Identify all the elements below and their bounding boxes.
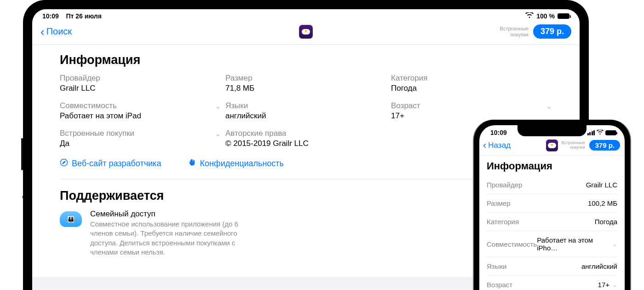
battery-icon	[558, 13, 569, 19]
cell-copyright: Авторские права © 2015-2019 Grailr LLC	[225, 129, 386, 148]
wifi-icon	[597, 129, 604, 136]
ipad-nav-bar: ‹ Поиск Встроенные покупки 379 р.	[32, 20, 580, 45]
status-right: 100 %	[525, 12, 569, 20]
status-time: 10:09	[490, 129, 507, 136]
cell-age[interactable]: Возраст ⌄ 17+	[391, 101, 552, 121]
wifi-icon	[525, 12, 534, 20]
status-time: 10:09	[42, 12, 59, 20]
iphone-screen: 10:09 ‹ Назад Встроенные покупки	[479, 125, 625, 290]
back-button[interactable]: ‹ Поиск	[40, 26, 72, 38]
price-button[interactable]: 379 р.	[589, 140, 620, 151]
iap-label: Встроенные покупки	[500, 26, 529, 37]
iphone-notch	[518, 125, 586, 136]
status-right	[587, 129, 617, 136]
family-desc: Совместное использование приложения (до …	[90, 220, 247, 257]
chevron-down-icon: ⌄	[215, 129, 221, 138]
privacy-link[interactable]: Конфиденциальность	[189, 158, 284, 169]
row-size: Размер 100,2 МБ	[487, 194, 617, 213]
cell-category: Категория Погода	[391, 74, 552, 93]
family-title: Семейный доступ	[90, 209, 247, 219]
price-button[interactable]: 379 р.	[533, 24, 571, 39]
nav-app-icon[interactable]	[299, 25, 313, 39]
iap-label: Встроенные покупки	[561, 141, 585, 150]
chevron-down-icon: ⌄	[612, 281, 617, 288]
cellular-icon	[587, 130, 595, 135]
section-information-title: Информация	[60, 53, 552, 67]
row-provider: Провайдер Grailr LLC	[487, 176, 617, 194]
row-category: Категория Погода	[487, 213, 617, 231]
section-information-title: Информация	[487, 160, 617, 172]
ipad-status-bar: 10:09 Пт 26 июля 100 %	[32, 9, 580, 20]
iphone-nav-bar: ‹ Назад Встроенные покупки 379 р.	[479, 136, 625, 156]
nav-right: Встроенные покупки 379 р.	[500, 24, 571, 39]
back-button[interactable]: ‹ Назад	[483, 140, 511, 151]
nav-app-icon[interactable]	[546, 139, 558, 151]
hand-icon	[189, 158, 196, 169]
chevron-left-icon: ‹	[483, 140, 486, 151]
battery-icon	[605, 130, 616, 135]
back-label: Поиск	[46, 26, 72, 37]
family-sharing-icon: 👪	[60, 211, 82, 227]
chevron-left-icon: ‹	[40, 26, 45, 38]
status-left: 10:09 Пт 26 июля	[42, 12, 102, 20]
status-battery-pct: 100 %	[536, 12, 555, 20]
cell-languages: Языки английский	[225, 101, 386, 121]
svg-marker-1	[63, 161, 65, 164]
row-languages: Языки английский	[487, 257, 617, 276]
cell-iap[interactable]: Встроенные покупки ⌄ Да	[60, 129, 221, 148]
row-age[interactable]: Возраст 17+⌄	[487, 276, 617, 290]
iphone-device-frame: 10:09 ‹ Назад Встроенные покупки	[474, 120, 630, 290]
developer-website-link[interactable]: Веб-сайт разработчика	[60, 158, 161, 169]
compass-icon	[60, 158, 68, 169]
chevron-down-icon: ⌄	[612, 241, 617, 248]
iphone-content: Информация Провайдер Grailr LLC Размер 1…	[479, 156, 625, 290]
status-date: Пт 26 июля	[66, 12, 102, 20]
cell-provider: Провайдер Grailr LLC	[60, 74, 221, 93]
cell-compatibility[interactable]: Совместимость ⌄ Работает на этом iPad	[60, 101, 221, 121]
chevron-down-icon: ⌄	[546, 102, 552, 110]
chevron-down-icon: ⌄	[215, 102, 221, 110]
row-compatibility[interactable]: Совместимость Работает на этом iPho…⌄	[487, 231, 617, 257]
cell-size: Размер 71,8 МБ	[225, 74, 386, 93]
nav-right: Встроенные покупки 379 р.	[561, 140, 620, 151]
back-label: Назад	[488, 141, 511, 150]
